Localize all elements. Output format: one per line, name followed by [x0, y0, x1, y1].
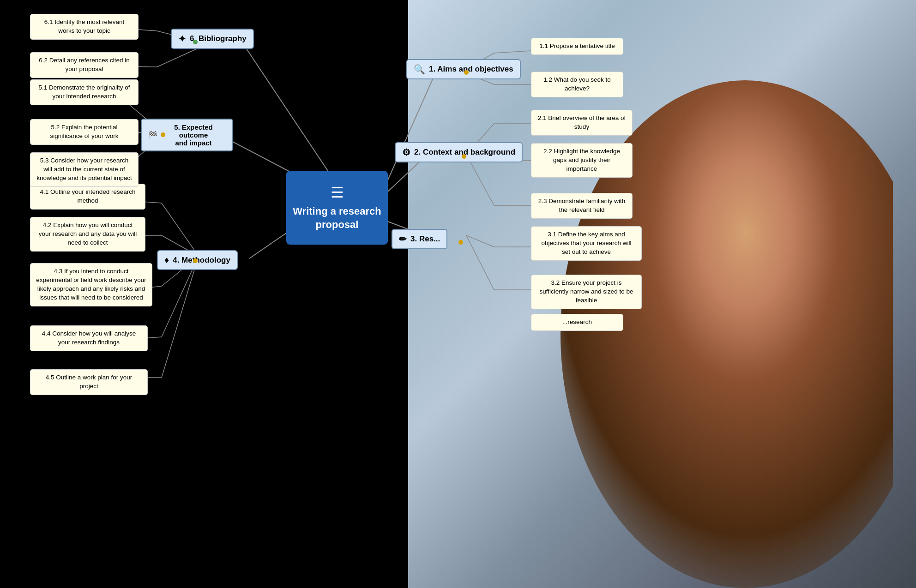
leaf-5-2: 5.2 Explain the potential significance o…: [30, 119, 139, 145]
svg-line-28: [494, 51, 531, 53]
leaf-2-2: 2.2 Highlight the knowledge gaps and jus…: [531, 143, 633, 178]
leaf-3-3: ...research: [531, 314, 623, 331]
leaf-2-1: 2.1 Brief overview of the area of study: [531, 110, 633, 136]
bibliography-label: 6. Bibliography: [190, 34, 247, 43]
leaf-2-1-text: 2.1 Brief overview of the area of study: [538, 114, 626, 130]
leaf-1-2-text: 1.2 What do you seek to achieve?: [543, 76, 611, 92]
outcome-label: 5. Expected outcomeand impact: [161, 123, 226, 147]
leaf-6-2-text: 6.2 Detail any references cited in your …: [39, 57, 130, 72]
leaf-5-3-text: 5.3 Consider how your research will add …: [36, 157, 132, 181]
outcome-icon: 🏁: [148, 131, 157, 139]
branch-aims[interactable]: 🔍 1. Aims and objectives: [406, 59, 521, 79]
leaf-1-1: 1.1 Propose a tentative title: [531, 38, 623, 55]
leaf-5-3: 5.3 Consider how your research will add …: [30, 152, 139, 187]
leaf-4-3: 4.3 If you intend to conduct experimenta…: [30, 263, 152, 306]
leaf-1-2: 1.2 What do you seek to achieve?: [531, 72, 623, 97]
leaf-3-3-text: ...research: [562, 318, 592, 325]
svg-line-36: [466, 235, 494, 247]
leaf-5-1-text: 5.1 Demonstrate the originality of your …: [38, 84, 130, 100]
leaf-3-1: 3.1 Define the key aims and objectives t…: [531, 226, 642, 261]
leaf-6-1: 6.1 Identify the most relevant works to …: [30, 14, 139, 40]
leaf-3-1-text: 3.1 Define the key aims and objectives t…: [541, 231, 631, 255]
leaf-1-1-text: 1.1 Propose a tentative title: [539, 42, 615, 49]
research-label: 3. Res...: [410, 234, 440, 244]
methodology-label: 4. Methodology: [173, 256, 230, 265]
research-icon: ✏: [399, 234, 407, 245]
branch-research[interactable]: ✏ 3. Res...: [392, 229, 447, 249]
context-dot: [462, 154, 466, 159]
leaf-3-2: 3.2 Ensure your project is sufficiently …: [531, 275, 642, 309]
leaf-4-3-text: 4.3 If you intend to conduct experimenta…: [36, 268, 146, 301]
leaf-2-3: 2.3 Demonstrate familiarity with the rel…: [531, 193, 633, 219]
methodology-icon: ♦: [164, 255, 169, 265]
leaf-6-1-text: 6.1 Identify the most relevant works to …: [44, 18, 124, 34]
leaf-2-2-text: 2.2 Highlight the knowledge gaps and jus…: [543, 148, 620, 172]
leaf-2-3-text: 2.3 Demonstrate familiarity with the rel…: [538, 198, 625, 213]
leaf-4-1-text: 4.1 Outline your intended research metho…: [40, 188, 135, 204]
aims-label: 1. Aims and objectives: [429, 65, 513, 74]
methodology-dot: [193, 258, 198, 263]
leaf-4-2: 4.2 Explain how you will conduct your re…: [30, 217, 145, 252]
aims-dot: [464, 70, 469, 75]
aims-icon: 🔍: [414, 64, 425, 75]
context-icon: ⚙: [402, 147, 410, 158]
leaf-4-5: 4.5 Outline a work plan for your project: [30, 369, 148, 395]
leaf-4-5-text: 4.5 Outline a work plan for your project: [46, 374, 133, 390]
svg-line-16: [162, 203, 199, 256]
branch-outcome[interactable]: 🏁 5. Expected outcomeand impact: [141, 119, 233, 151]
bibliography-dot: [193, 40, 198, 44]
research-dot: [458, 240, 463, 245]
central-icon: ☰: [331, 184, 344, 201]
svg-line-5: [388, 76, 434, 180]
leaf-4-1: 4.1 Outline your intended research metho…: [30, 184, 145, 210]
svg-line-20: [162, 256, 199, 378]
central-node: ☰ Writing a research proposal: [286, 171, 388, 245]
central-label: Writing a research proposal: [286, 205, 388, 231]
svg-line-37: [466, 235, 494, 290]
leaf-4-4-text: 4.4 Consider how you will analyse your r…: [42, 330, 136, 346]
leaf-4-2-text: 4.2 Explain how you will conduct your re…: [39, 222, 137, 246]
branch-bibliography[interactable]: ✦ 6. Bibliography: [171, 29, 254, 49]
leaf-5-1: 5.1 Demonstrate the originality of your …: [30, 79, 139, 105]
branch-context[interactable]: ⚙ 2. Context and background: [395, 142, 523, 162]
svg-line-0: [245, 46, 337, 185]
outcome-dot: [161, 132, 165, 137]
leaf-6-2: 6.2 Detail any references cited in your …: [30, 52, 139, 78]
leaf-4-4: 4.4 Consider how you will analyse your r…: [30, 325, 148, 351]
bibliography-icon: ✦: [178, 33, 186, 44]
leaf-3-2-text: 3.2 Ensure your project is sufficiently …: [539, 279, 633, 304]
leaf-5-2-text: 5.2 Explain the potential significance o…: [50, 124, 119, 139]
